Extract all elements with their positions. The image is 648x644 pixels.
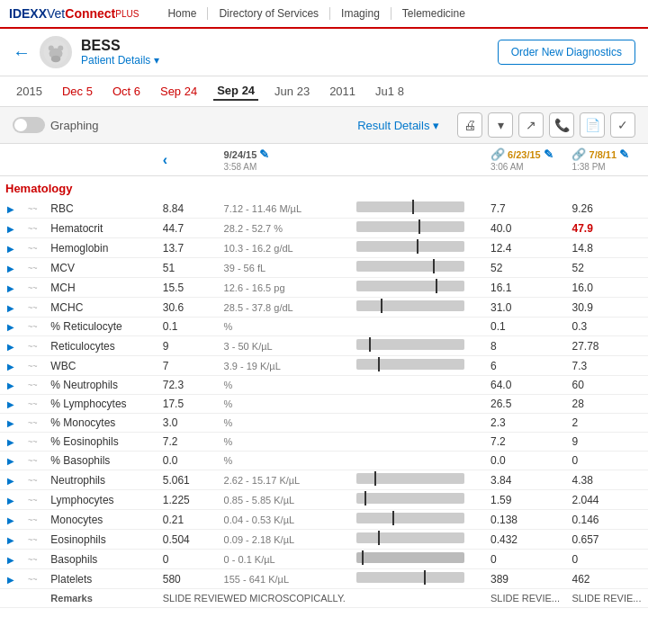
col3-edit-icon[interactable]: ✎ — [619, 148, 629, 161]
dropdown-arrow-icon[interactable]: ▾ — [488, 112, 513, 138]
expand-cell[interactable]: ▶ — [0, 470, 22, 490]
expand-cell[interactable]: ▶ — [0, 199, 22, 219]
test-name-cell: Monocytes — [45, 510, 157, 530]
expand-cell[interactable]: ▶ — [0, 336, 22, 356]
expand-cell[interactable]: ▶ — [0, 219, 22, 238]
tab-dec5[interactable]: Dec 5 — [58, 83, 96, 100]
val1-cell: 5.061 — [158, 470, 219, 490]
range-bar — [356, 493, 464, 504]
expand-cell[interactable]: ▶ — [0, 298, 22, 318]
range-bar — [356, 552, 464, 563]
nav-telemedicine[interactable]: Telemedicine — [392, 7, 476, 20]
bar-cell — [351, 433, 485, 452]
expand-icon[interactable]: ▶ — [7, 456, 14, 466]
expand-cell[interactable]: ▶ — [0, 530, 22, 550]
result-details-button[interactable]: Result Details ▾ — [357, 119, 439, 132]
val1-cell: 7.2 — [158, 433, 219, 452]
table-row: ▶ ~~ RBC 8.84 7.12 - 11.46 M/µL 7.7 9.26 — [0, 199, 648, 219]
expand-icon[interactable]: ▶ — [7, 322, 14, 332]
graphing-toggle[interactable] — [13, 117, 45, 133]
icons-cell: ~~ — [22, 278, 45, 298]
print-icon[interactable]: 🖨 — [457, 112, 482, 138]
expand-icon[interactable]: ▶ — [7, 437, 14, 447]
tab-jun23[interactable]: Jun 23 — [271, 83, 313, 100]
val3-cell: 0.657 — [566, 530, 648, 550]
table-row: ▶ ~~ % Reticulocyte 0.1 % 0.1 0.3 — [0, 318, 648, 336]
expand-icon[interactable]: ▶ — [7, 399, 14, 409]
expand-cell[interactable]: ▶ — [0, 414, 22, 433]
expand-icon[interactable]: ▶ — [7, 476, 14, 486]
expand-icon[interactable]: ▶ — [7, 244, 14, 254]
tab-sep24-1[interactable]: Sep 24 — [157, 83, 201, 100]
tab-oct6[interactable]: Oct 6 — [109, 83, 144, 100]
patient-left: ← BESS Patient Details ▾ — [13, 36, 159, 68]
expand-cell[interactable]: ▶ — [0, 258, 22, 278]
val1-cell: 3.0 — [158, 414, 219, 433]
patient-name: BESS — [81, 38, 159, 54]
expand-icon[interactable]: ▶ — [7, 496, 14, 505]
expand-icon[interactable]: ▶ — [7, 342, 14, 352]
table-row: ▶ ~~ Hematocrit 44.7 28.2 - 52.7 % 40.0 … — [0, 219, 648, 238]
tab-sep24-2[interactable]: Sep 24 — [213, 82, 258, 101]
expand-icon[interactable]: ▶ — [7, 555, 14, 565]
expand-icon[interactable]: ▶ — [7, 283, 14, 293]
table-row: ▶ ~~ % Neutrophils 72.3 % 64.0 60 — [0, 376, 648, 395]
val2-cell: 2.3 — [485, 414, 566, 433]
col-nav-arrow[interactable]: ‹ — [163, 152, 167, 167]
tab-jul8[interactable]: Ju1 8 — [372, 83, 408, 100]
expand-cell[interactable]: ▶ — [0, 569, 22, 589]
table-row: ▶ ~~ MCV 51 39 - 56 fL 52 52 — [0, 258, 648, 278]
range-cell: 12.6 - 16.5 pg — [219, 278, 351, 298]
expand-icon[interactable]: ▶ — [7, 224, 14, 234]
paperclip-icon-2: 🔗 — [572, 148, 586, 161]
logo: IDEXX VetConnectPLUS — [9, 6, 139, 21]
col1-edit-icon[interactable]: ✎ — [259, 148, 269, 161]
expand-cell[interactable]: ▶ — [0, 490, 22, 510]
val1-cell: 9 — [158, 336, 219, 356]
expand-cell[interactable]: ▶ — [0, 278, 22, 298]
nav-home[interactable]: Home — [157, 7, 208, 20]
expand-icon[interactable]: ▶ — [7, 303, 14, 313]
expand-icon[interactable]: ▶ — [7, 380, 14, 390]
val1-cell: 0 — [158, 550, 219, 569]
col2-edit-icon[interactable]: ✎ — [544, 148, 554, 161]
expand-icon[interactable]: ▶ — [7, 204, 14, 214]
expand-cell[interactable]: ▶ — [0, 318, 22, 336]
expand-icon[interactable]: ▶ — [7, 362, 14, 371]
val3-cell: 60 — [566, 376, 648, 395]
patient-details-link[interactable]: Patient Details ▾ — [81, 54, 159, 67]
table-row: ▶ ~~ Eosinophils 0.504 0.09 - 2.18 K/µL … — [0, 530, 648, 550]
order-diagnostics-button[interactable]: Order New Diagnostics — [498, 40, 635, 65]
expand-cell[interactable]: ▶ — [0, 433, 22, 452]
nav-directory[interactable]: Directory of Services — [208, 7, 330, 20]
phone-icon[interactable]: 📞 — [549, 112, 574, 138]
val2-cell: 6 — [485, 356, 566, 376]
expand-cell[interactable]: ▶ — [0, 376, 22, 395]
expand-icon[interactable]: ▶ — [7, 515, 14, 525]
share-icon[interactable]: ↗ — [518, 112, 544, 138]
col-header-row: ‹ 9/24/15 ✎ 3:58 AM 🔗 6/23/15 ✎ 3:06 AM — [0, 144, 648, 176]
expand-cell[interactable]: ▶ — [0, 550, 22, 569]
val3-cell: 14.8 — [566, 238, 648, 258]
expand-icon[interactable]: ▶ — [7, 575, 14, 585]
expand-cell[interactable]: ▶ — [0, 452, 22, 470]
bar-cell — [351, 470, 485, 490]
tab-2015[interactable]: 2015 — [13, 83, 46, 100]
document-icon[interactable]: 📄 — [580, 112, 605, 138]
tab-2011[interactable]: 2011 — [326, 83, 359, 100]
val2-cell: 12.4 — [485, 238, 566, 258]
expand-icon[interactable]: ▶ — [7, 535, 14, 545]
back-button[interactable]: ← — [13, 42, 31, 63]
expand-icon[interactable]: ▶ — [7, 264, 14, 273]
expand-cell[interactable]: ▶ — [0, 510, 22, 530]
expand-icon[interactable]: ▶ — [7, 418, 14, 428]
expand-cell[interactable]: ▶ — [0, 238, 22, 258]
bar-cell — [351, 318, 485, 336]
nav-imaging[interactable]: Imaging — [330, 7, 392, 20]
expand-cell[interactable]: ▶ — [0, 356, 22, 376]
checkmark-icon[interactable]: ✓ — [610, 112, 635, 138]
val2-cell: 64.0 — [485, 376, 566, 395]
val2-cell: 0.138 — [485, 510, 566, 530]
expand-cell[interactable]: ▶ — [0, 395, 22, 414]
icons-cell: ~~ — [22, 433, 45, 452]
